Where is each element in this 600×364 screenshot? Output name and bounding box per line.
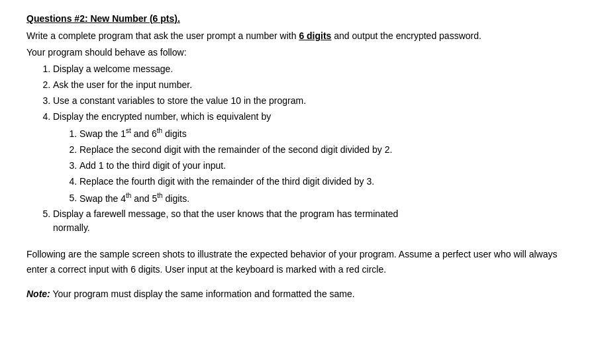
list-item: Display a farewell message, so that the … <box>53 207 574 235</box>
list-item: Add 1 to the third digit of your input. <box>79 159 574 173</box>
list-item: Use a constant variables to store the va… <box>53 94 574 108</box>
question-title: Questions #2: New Number (6 pts). <box>26 13 574 24</box>
list-item: Display the encrypted number, which is e… <box>53 110 574 205</box>
intro-line1: Write a complete program that ask the us… <box>26 29 574 43</box>
list-item: Replace the fourth digit with the remain… <box>79 175 574 189</box>
intro-line3: Your program should behave as follow: <box>26 46 574 60</box>
list-item: Replace the second digit with the remain… <box>79 143 574 157</box>
note-text: Note: Your program must display the same… <box>26 287 574 301</box>
page-content: Questions #2: New Number (6 pts). Write … <box>26 13 574 301</box>
inner-list: Swap the 1st and 6th digits Replace the … <box>79 126 574 205</box>
note-label: Note: <box>26 289 50 299</box>
list-item: Swap the 1st and 6th digits <box>79 126 574 141</box>
outer-list: Display a welcome message. Ask the user … <box>53 62 574 235</box>
following-text: Following are the sample screen shots to… <box>26 247 574 277</box>
list-item: Ask the user for the input number. <box>53 78 574 92</box>
list-item: Swap the 4th and 5th digits. <box>79 191 574 206</box>
digits-emphasis: 6 digits <box>299 30 331 41</box>
list-item: Display a welcome message. <box>53 62 574 76</box>
